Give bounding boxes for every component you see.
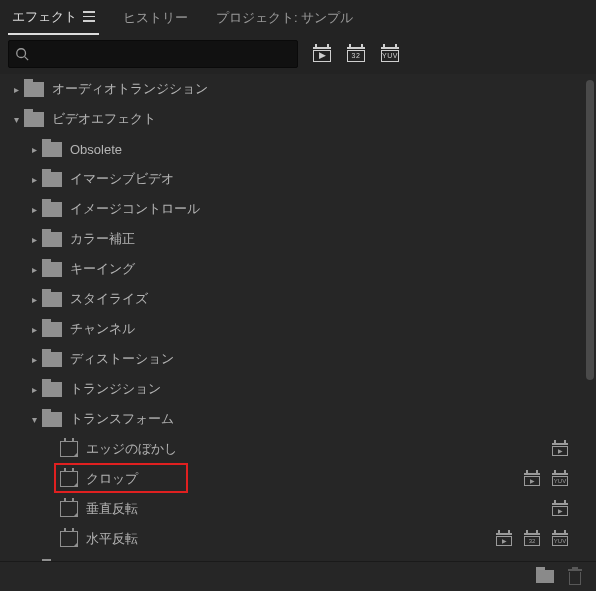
tree-row[interactable]: ▸エッジのぼかし▶ (0, 434, 596, 464)
folder-icon (42, 232, 62, 247)
folder-icon (42, 412, 62, 427)
effect-icon (60, 471, 78, 487)
filter-32bit-button[interactable]: 32 (344, 43, 368, 65)
tree-row[interactable]: ▸イマーシブビデオ (0, 164, 596, 194)
tree-item-label: キーイング (70, 260, 135, 278)
search-icon (15, 47, 29, 61)
effect-icon (60, 441, 78, 457)
tree-row[interactable]: ▸オーディオトランジション (0, 74, 596, 104)
yuv-badge-icon: YUV (550, 471, 570, 487)
tab-history[interactable]: ヒストリー (119, 1, 192, 34)
effect-icon (60, 501, 78, 517)
filter-accelerated-button[interactable]: ▶ (310, 43, 334, 65)
tree-item-label: トランスフォーム (70, 410, 174, 428)
folder-icon (24, 82, 44, 97)
svg-point-0 (17, 49, 26, 58)
folder-icon (42, 292, 62, 307)
folder-icon (42, 172, 62, 187)
effect-icon (60, 531, 78, 547)
32-badge-icon: 32 (522, 531, 542, 547)
tree-row[interactable]: ▸ディストーション (0, 344, 596, 374)
tree-row[interactable]: ▸垂直反転▶ (0, 494, 596, 524)
effect-badges: ▶YUV (522, 471, 570, 487)
accel-badge-icon: ▶ (522, 471, 542, 487)
effect-badges: ▶ (550, 441, 570, 457)
delete-button[interactable] (568, 569, 582, 585)
accel-badge-icon: ▶ (494, 531, 514, 547)
chevron-right-icon[interactable]: ▸ (26, 234, 42, 245)
tree-item-label: ディストーション (70, 350, 174, 368)
tree-item-label: イマーシブビデオ (70, 170, 174, 188)
tree-item-label: スタイライズ (70, 290, 148, 308)
chevron-right-icon[interactable]: ▸ (26, 354, 42, 365)
tree-row[interactable]: ▸Obsolete (0, 134, 596, 164)
folder-icon (42, 202, 62, 217)
folder-icon (42, 322, 62, 337)
tree-row[interactable]: ▾ビデオエフェクト (0, 104, 596, 134)
filter-buttons: ▶ 32 YUV (310, 43, 402, 65)
tree-row[interactable]: ▸キーイング (0, 254, 596, 284)
yuv-badge-icon: YUV (550, 531, 570, 547)
scroll-thumb[interactable] (586, 80, 594, 380)
accel-badge-icon: ▶ (550, 441, 570, 457)
panel-tabs: エフェクト ヒストリー プロジェクト: サンプル (0, 0, 596, 34)
tree-row[interactable]: ▾トランスフォーム (0, 404, 596, 434)
tab-project[interactable]: プロジェクト: サンプル (212, 1, 357, 34)
tree-row[interactable]: ▸水平反転▶32YUV (0, 524, 596, 554)
tree-item-label: イメージコントロール (70, 200, 200, 218)
tree-item-label: クロップ (86, 470, 138, 488)
svg-line-1 (25, 57, 29, 61)
tree-item-label: チャンネル (70, 320, 135, 338)
tree-row[interactable]: ▸チャンネル (0, 314, 596, 344)
effects-tree: ▸オーディオトランジション▾ビデオエフェクト▸Obsolete▸イマーシブビデオ… (0, 74, 596, 561)
tree-item-label: トランジション (70, 380, 161, 398)
search-input[interactable] (35, 47, 291, 62)
tree-item-label: エッジのぼかし (86, 440, 177, 458)
search-row: ▶ 32 YUV (0, 34, 596, 74)
tree-row[interactable]: ▸カラー補正 (0, 224, 596, 254)
accel-badge-icon: ▶ (550, 501, 570, 517)
tree-item-label: ビデオエフェクト (52, 110, 156, 128)
search-box[interactable] (8, 40, 298, 68)
chevron-right-icon[interactable]: ▸ (26, 204, 42, 215)
folder-icon (42, 142, 62, 157)
folder-icon (24, 112, 44, 127)
chevron-down-icon[interactable]: ▾ (8, 114, 24, 125)
tree-item-label: 垂直反転 (86, 500, 138, 518)
chevron-right-icon[interactable]: ▸ (26, 174, 42, 185)
effect-badges: ▶32YUV (494, 531, 570, 547)
tree-item-label: Obsolete (70, 142, 122, 157)
tab-history-label: ヒストリー (123, 9, 188, 27)
panel-footer (0, 561, 596, 591)
chevron-right-icon[interactable]: ▸ (26, 264, 42, 275)
tree-row[interactable]: ▸クロップ▶YUV (0, 464, 596, 494)
chevron-down-icon[interactable]: ▾ (26, 414, 42, 425)
panel-menu-icon[interactable] (83, 11, 95, 22)
folder-icon (42, 382, 62, 397)
effect-badges: ▶ (550, 501, 570, 517)
new-bin-button[interactable] (536, 570, 554, 583)
folder-icon (42, 352, 62, 367)
chevron-right-icon[interactable]: ▸ (8, 84, 24, 95)
folder-icon (42, 262, 62, 277)
tree-item-label: 水平反転 (86, 530, 138, 548)
tab-effects-label: エフェクト (12, 8, 77, 26)
tree-item-label: ノイズ&グレイン (70, 560, 170, 561)
tree-item-label: カラー補正 (70, 230, 135, 248)
chevron-right-icon[interactable]: ▸ (26, 324, 42, 335)
tab-project-label: プロジェクト: サンプル (216, 9, 353, 27)
tree-row[interactable]: ▸トランジション (0, 374, 596, 404)
scrollbar[interactable] (586, 74, 594, 561)
tree-row[interactable]: ▸イメージコントロール (0, 194, 596, 224)
chevron-right-icon[interactable]: ▸ (26, 144, 42, 155)
tab-effects[interactable]: エフェクト (8, 0, 99, 35)
chevron-right-icon[interactable]: ▸ (26, 384, 42, 395)
tree-row[interactable]: ▸ノイズ&グレイン (0, 554, 596, 561)
filter-yuv-button[interactable]: YUV (378, 43, 402, 65)
chevron-right-icon[interactable]: ▸ (26, 294, 42, 305)
effects-tree-panel: ▸オーディオトランジション▾ビデオエフェクト▸Obsolete▸イマーシブビデオ… (0, 74, 596, 561)
tree-row[interactable]: ▸スタイライズ (0, 284, 596, 314)
tree-item-label: オーディオトランジション (52, 80, 208, 98)
